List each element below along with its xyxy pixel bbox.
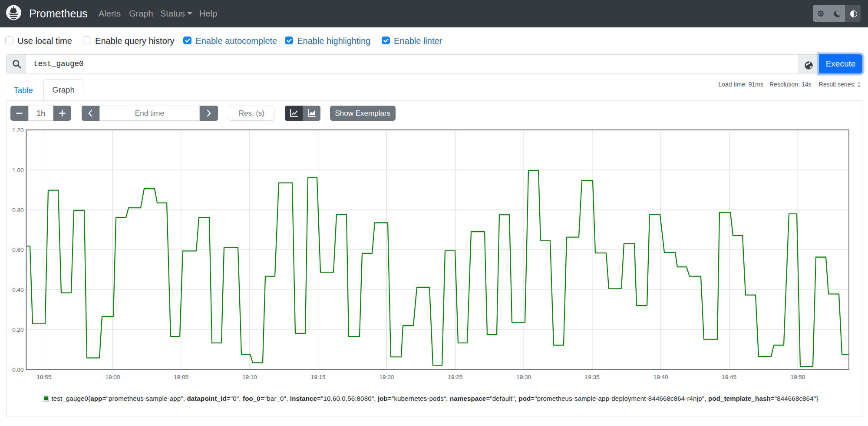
svg-text:19:20: 19:20	[380, 374, 394, 380]
svg-text:19:15: 19:15	[311, 374, 326, 380]
svg-text:19:05: 19:05	[174, 374, 188, 380]
svg-text:19:45: 19:45	[722, 374, 737, 380]
svg-text:0.60: 0.60	[12, 246, 23, 253]
svg-text:19:35: 19:35	[585, 374, 600, 380]
svg-text:0.40: 0.40	[12, 286, 23, 293]
svg-text:0.20: 0.20	[12, 326, 23, 333]
svg-text:19:40: 19:40	[653, 374, 668, 380]
svg-text:18:55: 18:55	[37, 374, 52, 380]
svg-text:0.80: 0.80	[12, 207, 23, 213]
svg-text:19:25: 19:25	[448, 374, 462, 380]
svg-text:1.20: 1.20	[12, 127, 23, 133]
svg-text:1.00: 1.00	[12, 167, 23, 173]
svg-text:19:50: 19:50	[790, 374, 805, 380]
svg-text:19:30: 19:30	[516, 374, 531, 380]
svg-text:19:10: 19:10	[242, 374, 257, 380]
svg-text:19:00: 19:00	[105, 374, 120, 380]
svg-text:0.00: 0.00	[12, 366, 23, 373]
